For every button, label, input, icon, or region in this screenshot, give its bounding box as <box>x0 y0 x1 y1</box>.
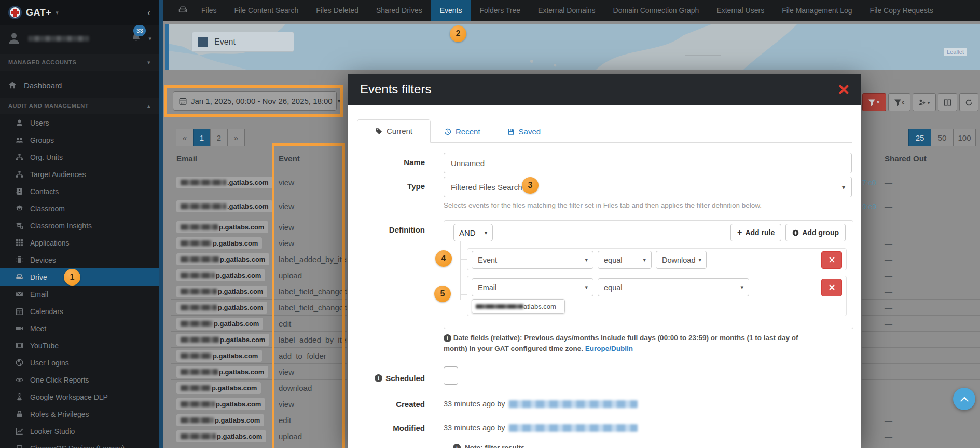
sidebar-item-devices[interactable]: Devices <box>0 251 159 268</box>
notifications-bell-icon[interactable]: 33 <box>131 33 141 45</box>
table-row[interactable]: — <box>862 332 980 348</box>
table-row[interactable]: — <box>862 412 980 428</box>
sidebar-collapse-icon[interactable]: ‹ <box>147 7 150 18</box>
clear-filter-button[interactable]: ✕ <box>862 93 886 111</box>
nav-tab-external-users[interactable]: External Users <box>708 0 773 21</box>
user-menu[interactable]: 33 ▾ <box>0 25 159 52</box>
rule1-operator-select[interactable]: equal▾ <box>598 251 652 269</box>
nav-tab-events[interactable]: Events <box>431 0 471 21</box>
sidebar-item-google-workspace-dlp[interactable]: Google Workspace DLP <box>0 388 159 405</box>
table-row[interactable]: — <box>862 300 980 316</box>
table-row[interactable]: p.gatlabs.comview <box>171 396 347 412</box>
sidebar-item-groups[interactable]: Groups <box>0 131 159 148</box>
events-map[interactable]: Event Leaflet <box>169 24 980 70</box>
rule2-value-input[interactable]: atlabs.com <box>472 299 565 314</box>
rule1-value-dropdown[interactable]: Download▾ <box>656 251 707 269</box>
sidebar-item-contacts[interactable]: Contacts <box>0 183 159 200</box>
sidebar-item-classroom-insights[interactable]: Classroom Insights <box>0 217 159 234</box>
sidebar-item-meet[interactable]: Meet <box>0 320 159 337</box>
pager-page-2[interactable]: 2 <box>210 129 228 146</box>
sidebar-item-chromeos-devices-legacy[interactable]: ChromeOS Devices (Legacy) <box>0 440 159 448</box>
scroll-to-top-button[interactable] <box>953 388 975 410</box>
column-header-shared-out[interactable]: Shared Out <box>885 154 927 163</box>
table-row[interactable]: p.gatlabs.comedit <box>171 316 347 332</box>
tab-recent[interactable]: Recent <box>431 120 494 143</box>
close-icon[interactable] <box>839 85 849 94</box>
table-row[interactable]: p.gatlabs.comlabel_field_changed <box>171 283 347 300</box>
sidebar-item-users[interactable]: Users <box>0 114 159 131</box>
table-row[interactable]: — <box>862 348 980 364</box>
table-row[interactable]: p.gatlabs.comview <box>171 235 347 251</box>
rule1-field-select[interactable]: Event▾ <box>472 251 593 269</box>
delete-rule-button[interactable] <box>821 279 842 296</box>
table-row[interactable]: p.gatlabs.comview <box>171 219 347 235</box>
section-audit-management[interactable]: AUDIT AND MANAGEMENT ▴ <box>0 98 159 114</box>
table-row[interactable]: p.gatlabs.comdownload <box>171 380 347 396</box>
timezone-link[interactable]: Europe/Dublin <box>585 345 633 352</box>
sidebar-item-target-audiences[interactable]: Target Audiences <box>0 166 159 183</box>
delete-rule-button[interactable] <box>821 251 842 269</box>
sidebar-item-user-logins[interactable]: User Logins <box>0 354 159 371</box>
column-header-event[interactable]: Event <box>279 154 300 163</box>
filter-type-select[interactable]: Filtered Files Search <box>444 177 852 197</box>
sidebar-item-dashboard[interactable]: Dashboard <box>0 75 159 96</box>
brand-chevron-down-icon[interactable]: ▾ <box>56 9 59 16</box>
table-row[interactable]: — <box>862 251 980 267</box>
sidebar-item-youtube[interactable]: YouTube <box>0 337 159 354</box>
nav-tab-domain-connection-graph[interactable]: Domain Connection Graph <box>604 0 708 21</box>
nav-tab-shared-drives[interactable]: Shared Drives <box>367 0 431 21</box>
sidebar-item-classroom[interactable]: Classroom <box>0 200 159 217</box>
add-group-button[interactable]: Add group <box>785 224 846 241</box>
leaflet-attribution[interactable]: Leaflet <box>944 48 967 56</box>
nav-tab-file-management-log[interactable]: File Management Log <box>773 0 861 21</box>
section-managed-accounts[interactable]: MANAGED ACCOUNTS ▾ <box>0 54 159 71</box>
nav-tab-file-content-search[interactable]: File Content Search <box>226 0 308 21</box>
file-id-cell[interactable]: 7:c0 <box>862 179 885 187</box>
page-size-25[interactable]: 25 <box>908 129 931 146</box>
table-row[interactable]: p.gatlabs.comadd_to_folder <box>171 348 347 364</box>
nav-tab-folders-tree[interactable]: Folders Tree <box>471 0 530 21</box>
table-row[interactable]: p.gatlabs.comlabel_field_changed <box>171 300 347 316</box>
table-row[interactable]: p.gatlabs.comupload <box>171 267 347 283</box>
sidebar-item-one-click-reports[interactable]: One Click Reports <box>0 371 159 388</box>
table-row[interactable]: .gatlabs.comview <box>171 171 347 194</box>
nav-tab-file-copy-requests[interactable]: File Copy Requests <box>861 0 942 21</box>
date-range-picker[interactable]: Jan 1, 2025, 00:00 - Nov 26, 2025, 18:00… <box>173 91 337 111</box>
table-row[interactable]: p.gatlabs.comedit <box>171 412 347 428</box>
export-button[interactable]: ▾ <box>913 93 936 111</box>
table-row[interactable]: 9:e9— <box>862 194 980 219</box>
sidebar-item-applications[interactable]: Applications <box>0 234 159 251</box>
tab-current[interactable]: Current <box>357 119 431 143</box>
pager-page-1[interactable]: 1 <box>193 129 211 146</box>
column-header-email[interactable]: Email <box>176 154 197 163</box>
table-row[interactable]: — <box>862 316 980 332</box>
nav-tab-files[interactable]: Files <box>192 0 226 21</box>
table-row[interactable]: 7:c0— <box>862 171 980 194</box>
table-row[interactable]: — <box>862 428 980 444</box>
sidebar-item-calendars[interactable]: Calendars <box>0 303 159 320</box>
sidebar-item-looker-studio[interactable]: Looker Studio <box>0 423 159 440</box>
page-size-100[interactable]: 100 <box>953 129 976 146</box>
refresh-button[interactable] <box>959 93 978 111</box>
sidebar-item-email[interactable]: Email <box>0 286 159 303</box>
combinator-select[interactable]: AND ▾ <box>453 224 493 241</box>
nav-tab-files-deleted[interactable]: Files Deleted <box>307 0 367 21</box>
filter-refresh-button[interactable]: c <box>888 93 910 111</box>
table-row[interactable]: p.gatlabs.comlabel_added_by_item_c <box>171 251 347 267</box>
table-row[interactable]: .gatlabs.comview <box>171 194 347 219</box>
tab-saved[interactable]: Saved <box>494 120 555 143</box>
table-row[interactable]: p.gatlabs.comupload <box>171 428 347 444</box>
sidebar-item-org-units[interactable]: Org. Units <box>0 148 159 166</box>
rule2-field-select[interactable]: Email▾ <box>472 278 593 296</box>
table-row[interactable]: p.gatlabs.comview <box>171 364 347 380</box>
pager-prev[interactable]: « <box>176 129 194 146</box>
page-size-50[interactable]: 50 <box>931 129 954 146</box>
table-row[interactable]: — <box>862 267 980 283</box>
filter-name-input[interactable]: Unnamed <box>444 153 852 173</box>
table-row[interactable]: — <box>862 235 980 251</box>
table-row[interactable]: — <box>862 364 980 380</box>
columns-button[interactable] <box>938 93 957 111</box>
scheduled-checkbox[interactable] <box>444 366 458 385</box>
table-row[interactable]: — <box>862 283 980 300</box>
table-row[interactable]: p.gatlabs.comlabel_added_by_item_c <box>171 332 347 348</box>
